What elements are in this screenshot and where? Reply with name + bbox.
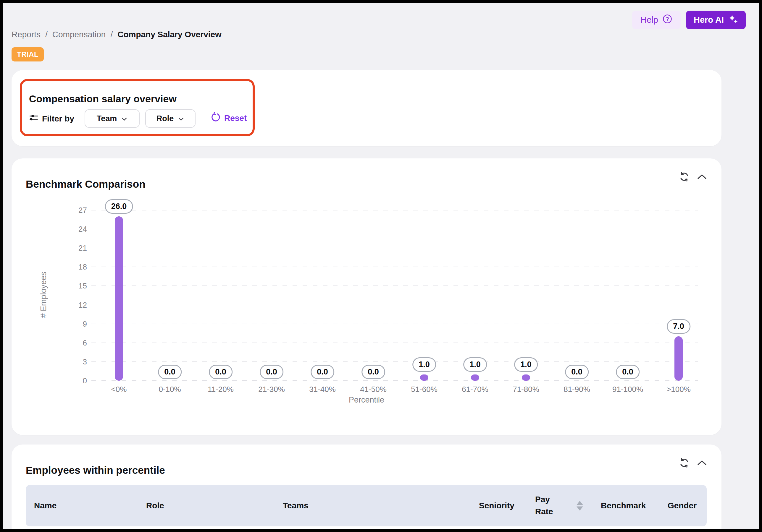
bar-value-bubble: 0.0 xyxy=(616,365,640,379)
bar xyxy=(471,374,479,381)
team-dropdown-label: Team xyxy=(97,114,117,123)
x-tick-label: 41-50% xyxy=(360,385,387,394)
x-tick-label: <0% xyxy=(111,385,127,394)
column-header-seniority: Seniority xyxy=(479,500,514,512)
bar-value-bubble: 0.0 xyxy=(311,365,334,379)
bar-value-bubble: 7.0 xyxy=(667,319,690,334)
y-tick-label: 3 xyxy=(59,357,87,366)
reset-filters-button[interactable]: Reset xyxy=(209,112,249,124)
x-tick-label: 0-10% xyxy=(159,385,181,394)
y-tick-label: 21 xyxy=(59,243,87,253)
bar-value-bubble: 1.0 xyxy=(514,357,538,372)
x-tick-label: 31-40% xyxy=(309,385,336,394)
svg-text:?: ? xyxy=(665,16,669,22)
employees-card-actions xyxy=(678,456,709,469)
filter-card: Compensation salary overview Filter by T… xyxy=(12,70,722,146)
collapse-chevron-icon[interactable] xyxy=(695,458,709,467)
question-circle-icon: ? xyxy=(662,14,672,26)
x-tick-label: 11-20% xyxy=(208,385,234,394)
bar-value-bubble: 1.0 xyxy=(463,357,487,372)
refresh-icon[interactable] xyxy=(678,456,691,469)
bar-value-bubble: 0.0 xyxy=(260,365,283,379)
sort-ascending-triangle xyxy=(576,501,583,505)
y-tick-label: 24 xyxy=(59,224,87,234)
bar-value-bubble: 0.0 xyxy=(361,365,385,379)
chevron-down-icon xyxy=(121,114,127,123)
bar xyxy=(674,336,683,381)
filter-by-text: Filter by xyxy=(42,114,74,123)
column-header-teams: Teams xyxy=(283,500,309,512)
breadcrumb-reports[interactable]: Reports xyxy=(12,30,40,39)
y-axis-title: # Employees xyxy=(39,256,48,333)
y-tick-label: 12 xyxy=(59,300,87,310)
bar xyxy=(522,374,530,381)
trial-badge: TRIAL xyxy=(12,47,44,61)
breadcrumb-current-page: Company Salary Overview xyxy=(117,30,222,39)
y-tick-label: 15 xyxy=(59,281,87,291)
x-tick-label: 51-60% xyxy=(411,385,437,394)
team-filter-dropdown[interactable]: Team xyxy=(85,109,140,128)
column-header-name: Name xyxy=(34,500,56,512)
y-gridline xyxy=(91,324,698,324)
breadcrumb-separator: / xyxy=(45,30,48,39)
help-button[interactable]: Help ? xyxy=(632,11,681,29)
y-gridline xyxy=(91,286,698,286)
y-tick-label: 18 xyxy=(59,262,87,272)
sliders-filter-icon xyxy=(29,113,38,124)
annotation-highlight-box: Compensation salary overview Filter by T… xyxy=(20,79,255,136)
employees-card-title: Employees within percentile xyxy=(26,464,165,476)
y-tick-label: 6 xyxy=(59,338,87,348)
employees-within-percentile-card: Employees within percentile Name Role Te… xyxy=(12,444,722,532)
y-gridline xyxy=(91,380,698,381)
role-dropdown-label: Role xyxy=(157,114,174,123)
bar xyxy=(115,216,123,381)
column-header-pay-rate[interactable]: Pay Rate xyxy=(535,494,568,517)
x-tick-label: 91-100% xyxy=(612,385,643,394)
benchmark-bar-chart: 0369121518212427# Employees26.0<0%0.00-1… xyxy=(12,159,722,435)
employees-table-header-row: Name Role Teams Seniority Pay Rate Bench… xyxy=(26,485,707,526)
help-button-label: Help xyxy=(641,15,658,25)
y-tick-label: 27 xyxy=(59,205,87,215)
x-tick-label: 71-80% xyxy=(513,385,539,394)
bar-value-bubble: 1.0 xyxy=(412,357,436,372)
x-tick-label: 61-70% xyxy=(462,385,489,394)
y-gridline xyxy=(91,305,698,305)
y-gridline xyxy=(91,210,698,210)
bar-value-bubble: 0.0 xyxy=(565,365,589,379)
page-title: Compensation salary overview xyxy=(29,93,177,104)
filter-by-label: Filter by xyxy=(29,113,74,124)
column-header-benchmark: Benchmark xyxy=(601,500,646,512)
column-header-gender: Gender xyxy=(668,500,697,512)
x-tick-label: 21-30% xyxy=(258,385,285,394)
hero-ai-button[interactable]: Hero AI xyxy=(686,11,746,29)
chevron-down-icon xyxy=(178,114,184,123)
breadcrumb: Reports / Compensation / Company Salary … xyxy=(12,30,222,39)
breadcrumb-compensation[interactable]: Compensation xyxy=(52,30,106,39)
bar xyxy=(420,374,428,381)
y-gridline xyxy=(91,362,698,362)
y-gridline xyxy=(91,343,698,343)
top-right-actions: Help ? Hero AI xyxy=(632,11,746,29)
compensation-dashboard: { "header": { "breadcrumb": ["Reports", … xyxy=(0,0,762,532)
x-tick-label: >100% xyxy=(666,385,691,394)
reset-rotate-icon xyxy=(211,112,221,124)
role-filter-dropdown[interactable]: Role xyxy=(145,109,195,128)
bar-value-bubble: 0.0 xyxy=(209,365,233,379)
y-tick-label: 9 xyxy=(59,319,87,329)
pay-rate-sort-icon[interactable] xyxy=(576,501,583,511)
hero-ai-button-label: Hero AI xyxy=(694,15,724,25)
y-tick-label: 0 xyxy=(59,376,87,385)
x-tick-label: 81-90% xyxy=(564,385,590,394)
reset-label: Reset xyxy=(224,113,247,123)
sparkles-icon xyxy=(728,14,738,26)
bar-value-bubble: 26.0 xyxy=(105,199,133,214)
column-header-role: Role xyxy=(146,500,164,512)
breadcrumb-separator: / xyxy=(110,30,113,39)
y-gridline xyxy=(91,267,698,267)
x-axis-title: Percentile xyxy=(12,395,722,405)
benchmark-comparison-card: Benchmark Comparison 0369121518212427# E… xyxy=(12,159,722,435)
sort-descending-triangle xyxy=(576,506,583,511)
bar-value-bubble: 0.0 xyxy=(158,365,182,379)
y-gridline xyxy=(91,248,698,248)
y-gridline xyxy=(91,229,698,230)
